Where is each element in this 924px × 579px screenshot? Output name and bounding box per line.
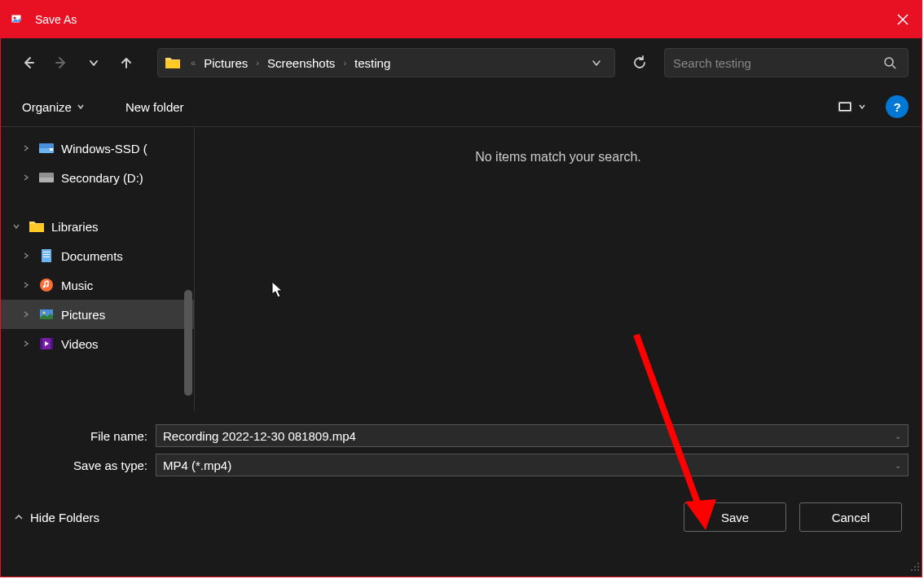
svg-rect-22 <box>51 338 53 349</box>
chevron-up-icon <box>14 512 24 522</box>
save-as-type-value: MP4 (*.mp4) <box>163 458 901 472</box>
toolbar: Organize New folder ? <box>1 87 922 126</box>
sidebar-item-drive-d[interactable]: Secondary (D:) <box>1 163 194 192</box>
address-history-dropdown[interactable] <box>585 51 608 74</box>
breadcrumb-item[interactable]: Pictures <box>199 53 253 73</box>
svg-point-28 <box>911 569 913 571</box>
refresh-button[interactable] <box>625 48 654 77</box>
sidebar-item-videos[interactable]: Videos <box>1 329 194 358</box>
recent-locations-button[interactable] <box>79 48 108 77</box>
svg-point-19 <box>43 312 46 314</box>
new-folder-button[interactable]: New folder <box>117 95 192 119</box>
sidebar-item-drive-c[interactable]: Windows-SSD ( <box>1 134 194 163</box>
svg-point-2 <box>20 20 24 25</box>
chevron-down-icon[interactable]: ⌄ <box>895 461 901 470</box>
address-bar[interactable]: « Pictures › Screenshots › testing <box>157 48 615 77</box>
close-button[interactable] <box>884 1 922 38</box>
save-button[interactable]: Save <box>684 502 786 532</box>
chevron-down-icon <box>77 103 85 111</box>
sidebar-item-music[interactable]: Music <box>1 270 194 300</box>
file-input-area: File name: Recording 2022-12-30 081809.m… <box>1 411 922 489</box>
file-name-label: File name: <box>14 429 156 443</box>
tree-item-label: Libraries <box>51 220 99 234</box>
sidebar-item-libraries[interactable]: Libraries <box>1 212 194 241</box>
videos-icon <box>38 336 55 352</box>
chevron-down-icon[interactable]: ⌄ <box>895 432 901 441</box>
svg-rect-7 <box>39 143 54 148</box>
svg-rect-13 <box>43 254 50 255</box>
file-name-input[interactable]: Recording 2022-12-30 081809.mp4 ⌄ <box>156 424 909 447</box>
sidebar-tree[interactable]: Windows-SSD ( Secondary (D:) Libraries D… <box>1 127 195 411</box>
mouse-cursor-icon <box>271 281 284 302</box>
organize-label: Organize <box>22 100 72 114</box>
svg-point-16 <box>43 286 46 288</box>
sidebar-item-pictures[interactable]: Pictures <box>1 300 194 329</box>
up-button[interactable] <box>112 48 141 77</box>
search-input[interactable] <box>673 56 880 70</box>
tree-item-label: Videos <box>61 337 99 351</box>
file-name-value: Recording 2022-12-30 081809.mp4 <box>163 429 901 443</box>
svg-rect-21 <box>40 338 42 349</box>
svg-point-25 <box>914 566 916 568</box>
chevron-right-icon[interactable] <box>20 172 32 183</box>
svg-rect-14 <box>43 257 50 257</box>
chevron-right-icon[interactable] <box>20 250 32 261</box>
view-options-button[interactable] <box>830 95 873 118</box>
tree-item-label: Secondary (D:) <box>61 171 143 185</box>
app-icon <box>11 12 25 27</box>
breadcrumb-item[interactable]: testing <box>350 53 395 73</box>
window-title: Save As <box>35 13 77 26</box>
folder-icon <box>165 56 181 69</box>
svg-point-23 <box>917 563 919 564</box>
music-icon <box>38 277 55 293</box>
resize-grip-icon[interactable] <box>910 560 920 575</box>
drive-icon <box>38 140 55 156</box>
dialog-bottom-bar: Hide Folders Save Cancel <box>1 489 922 545</box>
chevron-right-icon[interactable] <box>20 309 32 320</box>
hide-folders-button[interactable]: Hide Folders <box>14 511 99 524</box>
svg-rect-12 <box>43 252 50 252</box>
svg-rect-11 <box>42 249 51 262</box>
chevron-right-icon[interactable] <box>20 143 32 154</box>
drive-icon <box>38 169 55 186</box>
search-icon[interactable] <box>880 53 900 72</box>
new-folder-label: New folder <box>125 100 184 114</box>
pictures-icon <box>38 306 55 322</box>
svg-rect-8 <box>50 148 53 151</box>
tree-item-label: Pictures <box>61 308 105 322</box>
svg-point-24 <box>917 566 919 568</box>
forward-button[interactable] <box>46 48 76 77</box>
svg-point-27 <box>914 569 916 571</box>
breadcrumb-overflow-icon[interactable]: « <box>191 58 196 68</box>
sidebar-item-documents[interactable]: Documents <box>1 241 194 270</box>
svg-point-3 <box>885 58 893 66</box>
navigation-bar: « Pictures › Screenshots › testing <box>1 38 922 87</box>
chevron-right-icon[interactable]: › <box>343 58 346 68</box>
svg-point-17 <box>46 285 49 287</box>
view-icon <box>837 99 853 115</box>
save-as-type-label: Save as type: <box>14 458 156 472</box>
empty-state-message: No items match your search. <box>475 150 641 164</box>
svg-rect-10 <box>39 173 54 178</box>
hide-folders-label: Hide Folders <box>30 511 99 524</box>
libraries-icon <box>29 218 45 235</box>
chevron-right-icon[interactable] <box>20 279 32 291</box>
documents-icon <box>38 248 55 264</box>
tree-item-label: Documents <box>61 249 123 263</box>
back-button[interactable] <box>14 48 43 77</box>
help-button[interactable]: ? <box>886 95 909 118</box>
svg-point-26 <box>917 569 919 571</box>
window-titlebar: Save As <box>1 1 922 38</box>
breadcrumb-item[interactable]: Screenshots <box>262 53 340 73</box>
cancel-button[interactable]: Cancel <box>799 502 902 532</box>
chevron-down-icon <box>858 103 866 111</box>
save-as-type-select[interactable]: MP4 (*.mp4) ⌄ <box>156 454 909 476</box>
search-bar[interactable] <box>664 48 909 77</box>
chevron-right-icon[interactable]: › <box>256 58 259 68</box>
svg-rect-5 <box>840 103 850 110</box>
sidebar-scrollbar[interactable] <box>184 290 192 396</box>
chevron-down-icon[interactable] <box>11 221 22 232</box>
organize-button[interactable]: Organize <box>14 95 93 119</box>
chevron-right-icon[interactable] <box>20 338 32 349</box>
file-list-view[interactable]: No items match your search. <box>195 127 922 411</box>
